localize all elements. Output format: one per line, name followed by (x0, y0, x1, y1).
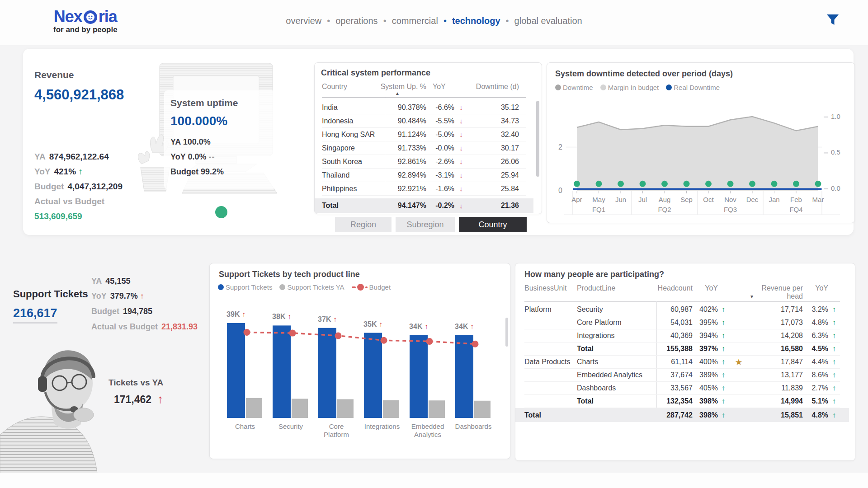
up-arrow-icon: ↑ (78, 167, 83, 176)
system-up-cell: 92.921% (377, 185, 426, 193)
yoy-cell: 400% (693, 358, 718, 366)
nav-item-overview[interactable]: overview (286, 16, 321, 26)
uptime-kpi: System uptime 100.000% YA 100.0% YoY 0.0… (164, 90, 275, 189)
col-productline[interactable]: ProductLine (577, 284, 649, 300)
col-businessunit[interactable]: BusinessUnit (524, 284, 577, 300)
yoy-cell: 405% (693, 384, 718, 392)
geo-button-country[interactable]: Country (459, 217, 527, 232)
up-arrow-icon: ↑ (718, 332, 729, 340)
col-country[interactable]: Country (322, 83, 377, 91)
revenue-per-head-cell: 17,714 (749, 305, 803, 314)
support-tickets-bar-chart[interactable]: 39K ↑Charts38K ↑Security37K ↑CorePlatfor… (210, 297, 510, 456)
svg-text:EmbeddedAnalytics: EmbeddedAnalytics (411, 422, 444, 438)
yoy-cell: -0.0% (426, 144, 454, 152)
col-yoy2[interactable]: YoY (803, 284, 828, 300)
participation-grand-total-row[interactable]: Total287,742398%↑15,8514.8%↑ (515, 408, 849, 422)
legend-item-support-tickets-ya[interactable]: Support Tickets YA (279, 283, 344, 291)
down-arrow-icon: ↓ (454, 202, 468, 210)
legend-item-margin-in-budget[interactable]: Margin In budget (600, 84, 659, 91)
critical-row[interactable]: Singapore91.733%-0.0%↓30.17 (322, 141, 526, 155)
down-arrow-icon: ↓ (454, 171, 468, 179)
revenue-per-head-cell: 17,073 (749, 319, 803, 327)
col-headcount[interactable]: Headcount (649, 284, 693, 300)
legend-dot-icon (555, 84, 561, 90)
critical-row[interactable]: India90.378%-6.6%↓35.12 (322, 101, 526, 114)
businessunit-cell: Total (524, 411, 577, 419)
critical-table-scrollbar[interactable] (536, 101, 539, 177)
col-yoy[interactable]: YoY (693, 284, 718, 300)
col-yoy[interactable]: YoY (426, 83, 454, 91)
svg-text:39K ↑: 39K ↑ (226, 310, 245, 318)
flat-trend-icon: -- (208, 152, 215, 161)
legend-item-real-downtime[interactable]: Real Downtime (666, 84, 720, 91)
svg-text:Security: Security (278, 422, 303, 430)
col-system-up[interactable]: System Up. % (377, 83, 426, 91)
revenue-avb-value: 513,609,659 (34, 211, 123, 221)
geo-button-subregion[interactable]: Subregion (396, 217, 455, 232)
revenue-value: 4,560,921,868 (34, 87, 124, 103)
svg-text:FQ3: FQ3 (724, 206, 737, 213)
geo-level-buttons: RegionSubregionCountry (335, 217, 527, 232)
yoy-cell: -0.2% (426, 202, 454, 210)
participation-row[interactable]: Total155,388397%↑16,5804.5%↑ (524, 343, 840, 356)
up-arrow-icon: ↑ (718, 371, 729, 379)
downtime-cell: 34.73 (468, 117, 519, 125)
col-revenue-per-head[interactable]: Revenue per head (749, 284, 803, 300)
nav-item-global-evaluation[interactable]: global evaluation (514, 16, 582, 26)
revenue-per-head-cell: 14,994 (749, 397, 803, 405)
critical-row[interactable]: Philippines92.921%-1.6%↓25.84 (322, 182, 526, 196)
svg-text:May: May (592, 196, 605, 203)
downtime-cell: 21.36 (468, 202, 519, 210)
bar-chart-scrollbar[interactable] (505, 318, 508, 347)
tickets-value: 216,617 (13, 306, 57, 324)
legend-item-budget[interactable]: Budget (352, 283, 391, 291)
yoy2-cell: 5.1% (803, 397, 828, 405)
yoy-cell: 398% (693, 411, 718, 419)
header: Nexria for and by people overview•operat… (0, 0, 868, 45)
downtime-chart[interactable]: 201.00.50.0AprMayJunJulAugSepOctNovDecJa… (551, 98, 851, 220)
yoy-cell: 389% (693, 371, 718, 379)
participation-row[interactable]: Data ProductsCharts61,114400%↑★17,8474.4… (524, 356, 840, 369)
down-arrow-icon: ↓ (454, 117, 468, 125)
participation-table-header: BusinessUnit ProductLine Headcount YoY R… (524, 284, 840, 300)
businessunit-cell: Platform (524, 305, 577, 314)
participation-row[interactable]: Total132,354398%↑14,9945.1%↑ (524, 395, 840, 408)
critical-row[interactable]: Indonesia90.484%-5.5%↓34.73 (322, 114, 526, 128)
participation-row[interactable]: Embedded Analytics37,674389%↑13,1778.6%↑ (524, 369, 840, 382)
yoy2-cell: 4.8% (803, 319, 828, 327)
yoy2-cell: 4.4% (803, 358, 828, 366)
uptime-title: System uptime (170, 98, 269, 108)
system-up-cell: 92.894% (377, 171, 426, 179)
legend-item-support-tickets[interactable]: Support Tickets (218, 283, 272, 291)
critical-row[interactable]: Hong Kong SAR91.124%-5.0%↓32.40 (322, 128, 526, 141)
participation-row[interactable]: Dashboards33,567405%↑11,8392.7%↑ (524, 382, 840, 395)
yoy-cell: 394% (693, 332, 718, 340)
up-arrow-icon: ↑ (157, 392, 163, 406)
critical-row[interactable]: South Korea92.861%-2.6%↓26.06 (322, 155, 526, 169)
participation-row[interactable]: Core Platform54,031395%↑17,0734.8%↑ (524, 316, 840, 329)
participation-row[interactable]: Integrations40,369394%↑14,2086.3%↑ (524, 329, 840, 343)
filter-icon[interactable] (825, 12, 841, 28)
participation-title: How many people are participating? (524, 270, 664, 279)
system-up-cell: 92.861% (377, 158, 426, 166)
svg-text:Charts: Charts (235, 422, 255, 430)
participation-row[interactable]: PlatformSecurity60,987402%↑17,7143.2%↑ (524, 303, 840, 316)
headcount-cell: 33,567 (649, 384, 693, 392)
revenue-budget-line: Budget4,047,312,209 (34, 182, 123, 192)
nav-item-technology[interactable]: technology (452, 16, 500, 26)
tickets-ya-line: YA45,155 (91, 277, 130, 286)
col-downtime[interactable]: Downtime (d) (468, 83, 519, 91)
critical-total-row[interactable]: Total94.147%-0.2%↓21.36 (315, 198, 533, 213)
critical-row[interactable]: Thailand92.894%-3.1%↓25.94 (322, 169, 526, 182)
bar-chart-title: Support Tickets by tech product line (219, 270, 360, 279)
headcount-cell: 132,354 (649, 397, 693, 405)
nav-item-operations[interactable]: operations (335, 16, 377, 26)
svg-text:Aug: Aug (659, 196, 671, 203)
nav-item-commercial[interactable]: commercial (392, 16, 438, 26)
svg-text:Mar: Mar (812, 196, 824, 203)
svg-text:Apr: Apr (571, 196, 582, 203)
legend-item-downtime[interactable]: Downtime (555, 84, 593, 91)
downtime-cell: 25.94 (468, 171, 519, 179)
headcount-cell: 40,369 (649, 332, 693, 340)
geo-button-region[interactable]: Region (335, 217, 392, 232)
